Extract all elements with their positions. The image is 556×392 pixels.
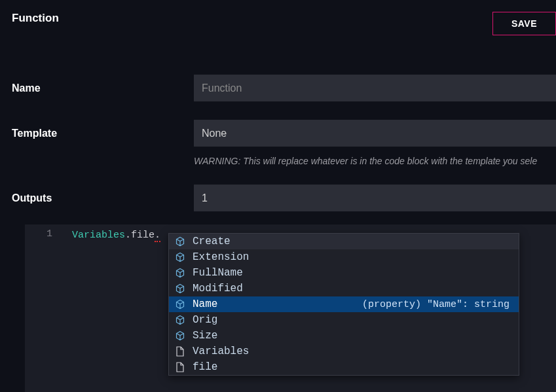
save-button[interactable]: SAVE [492, 12, 556, 35]
autocomplete-item-detail: (property) "Name": string [362, 299, 513, 310]
autocomplete-item-create[interactable]: Create [169, 234, 519, 249]
autocomplete-item-label: Modified [193, 283, 243, 294]
label-name: Name [12, 82, 194, 94]
label-template: Template [12, 128, 194, 139]
autocomplete-item-file[interactable]: file [169, 359, 519, 375]
autocomplete-item-label: file [193, 361, 217, 373]
cube-icon [174, 330, 186, 342]
page-title: Function [12, 12, 59, 25]
cube-icon [174, 251, 186, 263]
cube-icon [174, 283, 186, 294]
autocomplete-item-modified[interactable]: Modified [169, 281, 519, 296]
token-dot: . [125, 230, 131, 241]
autocomplete-item-orig[interactable]: Orig [169, 312, 519, 328]
template-select[interactable]: None [194, 120, 556, 147]
outputs-input[interactable] [194, 185, 556, 211]
label-outputs: Outputs [12, 192, 194, 204]
template-select-value: None [202, 128, 227, 139]
row-template: Template None [0, 120, 556, 147]
autocomplete-popup[interactable]: Create Extension FullName Modified Name(… [168, 233, 519, 376]
autocomplete-item-name[interactable]: Name(property) "Name": string [169, 296, 519, 312]
token-dot-2: . [155, 230, 160, 242]
autocomplete-item-label: Name [193, 298, 217, 310]
token-file: file [131, 230, 155, 241]
editor-gutter: 1 [25, 224, 64, 392]
header: Function SAVE [0, 0, 556, 35]
token-variables: Variables [72, 230, 125, 241]
autocomplete-item-label: Orig [193, 314, 217, 326]
cube-icon [174, 298, 186, 310]
row-outputs: Outputs [0, 185, 556, 211]
autocomplete-item-label: FullName [193, 267, 243, 279]
autocomplete-item-label: Extension [193, 251, 249, 263]
cube-icon [174, 236, 186, 247]
autocomplete-item-fullname[interactable]: FullName [169, 265, 519, 281]
autocomplete-item-size[interactable]: Size [169, 328, 519, 344]
autocomplete-item-extension[interactable]: Extension [169, 249, 519, 265]
file-icon [174, 346, 186, 357]
file-icon [174, 361, 186, 373]
cube-icon [174, 267, 186, 279]
autocomplete-item-label: Size [193, 330, 217, 342]
autocomplete-item-label: Create [193, 236, 231, 247]
autocomplete-item-label: Variables [193, 346, 249, 357]
template-warning: WARNING: This will replace whatever is i… [194, 156, 556, 166]
row-name: Name [0, 75, 556, 101]
line-number: 1 [25, 228, 52, 240]
name-input[interactable] [194, 75, 556, 101]
cube-icon [174, 314, 186, 326]
autocomplete-item-variables[interactable]: Variables [169, 344, 519, 359]
